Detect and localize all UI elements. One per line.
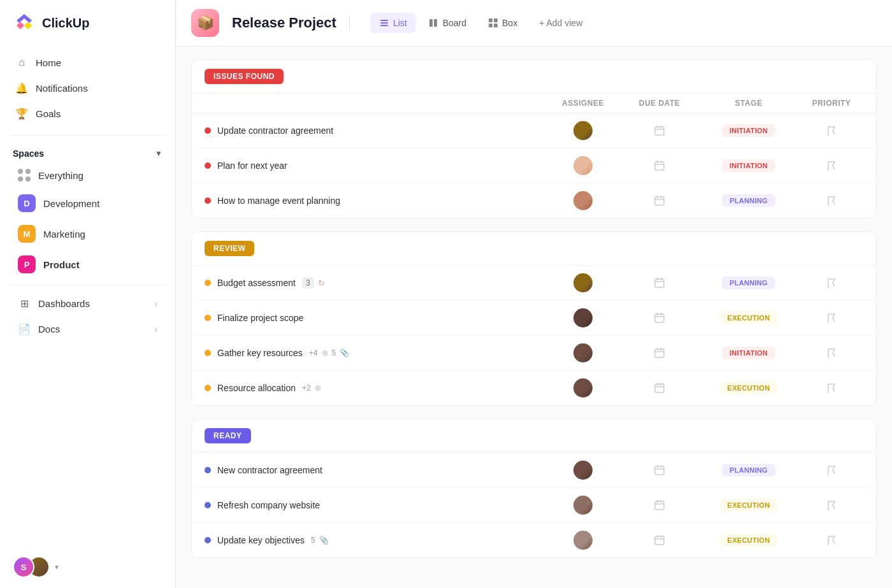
sidebar-docs-label: Docs	[38, 324, 60, 334]
flag-icon	[827, 313, 836, 323]
sidebar-item-product[interactable]: P Product	[5, 249, 170, 280]
tab-list-label: List	[393, 18, 407, 28]
avatar	[573, 308, 593, 327]
view-tabs: List Board Box + Add view	[370, 13, 591, 33]
trophy-icon: 🏆	[15, 107, 28, 120]
avatar	[573, 378, 593, 398]
priority-cell	[800, 313, 863, 323]
section-header-issues: ISSUES FOUND	[192, 60, 876, 94]
table-row[interactable]: Finalize project scope EXECUTION	[192, 301, 876, 336]
section-header-review: REVIEW	[192, 232, 876, 266]
assignee-cell	[545, 378, 621, 398]
assignee-cell	[545, 531, 621, 550]
col-priority-0: PRIORITY	[800, 99, 863, 108]
table-row[interactable]: How to manage event planning PLANNING	[192, 183, 876, 218]
tab-board[interactable]: Board	[420, 13, 475, 33]
priority-cell	[800, 125, 863, 136]
svg-rect-9	[494, 18, 498, 22]
assignee-cell	[545, 308, 621, 327]
due-date-cell	[621, 195, 698, 206]
sidebar-item-docs[interactable]: 📄 Docs ›	[5, 316, 170, 341]
task-label: Plan for next year	[217, 161, 287, 171]
table-row[interactable]: New contractor agreement PLANNING	[192, 453, 876, 488]
sidebar-item-marketing[interactable]: M Marketing	[5, 219, 170, 249]
chevron-down-icon[interactable]: ▼	[155, 149, 162, 158]
svg-marker-0	[17, 14, 32, 23]
due-date-cell	[621, 499, 698, 511]
home-icon: ⌂	[15, 56, 28, 69]
stage-cell: EXECUTION	[698, 382, 800, 394]
section-header-ready: READY	[192, 419, 876, 453]
due-date-cell	[621, 534, 698, 546]
product-letter: P	[24, 260, 30, 269]
sidebar-item-notifications[interactable]: 🔔 Notifications	[8, 75, 168, 101]
svg-rect-52	[655, 501, 664, 510]
task-name: Refresh company website	[205, 500, 545, 510]
table-row[interactable]: Refresh company website EXECUTION	[192, 488, 876, 523]
priority-cell	[800, 161, 863, 171]
tab-box[interactable]: Box	[479, 13, 526, 33]
svg-rect-8	[489, 18, 493, 22]
due-date-cell	[621, 160, 698, 171]
sidebar-item-goals[interactable]: 🏆 Goals	[8, 101, 168, 126]
sidebar-item-development[interactable]: D Development	[5, 188, 170, 219]
project-title: Release Project	[232, 15, 336, 31]
avatar	[573, 496, 593, 515]
sidebar-item-dashboards[interactable]: ⊞ Dashboards ›	[5, 290, 170, 316]
bell-icon: 🔔	[15, 82, 28, 94]
calendar-icon	[654, 347, 665, 359]
sidebar-development-label: Development	[43, 198, 99, 209]
avatar	[573, 461, 593, 480]
table-row[interactable]: Budget assessment 3 ↻ PLANNING	[192, 266, 876, 301]
add-view-button[interactable]: + Add view	[530, 13, 591, 33]
svg-rect-47	[655, 466, 664, 475]
avatar-initials: S	[21, 563, 27, 572]
table-row[interactable]: Gather key resources +4 ⊕ 5 📎	[192, 336, 876, 371]
user-avatars[interactable]: S	[13, 556, 50, 578]
stage-badge: PLANNING	[722, 464, 775, 477]
section-badge-issues: ISSUES FOUND	[205, 69, 284, 84]
assignee-cell	[545, 191, 621, 210]
due-date-cell	[621, 464, 698, 476]
sidebar-item-home[interactable]: ⌂ Home	[8, 50, 168, 75]
table-row[interactable]: Resource allocation +2 ⊕ EXECUTION	[192, 371, 876, 405]
stage-cell: EXECUTION	[698, 312, 800, 324]
flag-icon	[827, 500, 836, 510]
stage-badge: EXECUTION	[720, 382, 778, 394]
due-date-cell	[621, 125, 698, 136]
priority-cell	[800, 465, 863, 475]
tab-list[interactable]: List	[370, 13, 416, 33]
task-dot-red	[205, 197, 211, 204]
sidebar-notifications-label: Notifications	[36, 83, 88, 94]
avatar	[573, 343, 593, 362]
calendar-icon	[654, 382, 665, 394]
svg-marker-2	[24, 22, 32, 29]
clickup-logo-icon	[13, 11, 36, 34]
stage-badge: PLANNING	[722, 194, 775, 207]
user-dropdown-arrow[interactable]: ▾	[55, 563, 59, 571]
table-row[interactable]: Update contractor agreement INITIATION	[192, 113, 876, 148]
table-row[interactable]: Update key objectives 5 📎 EXECUTION	[192, 523, 876, 557]
stage-badge: EXECUTION	[720, 499, 778, 512]
svg-rect-6	[429, 19, 433, 27]
stage-badge: EXECUTION	[720, 534, 778, 547]
task-dot-yellow	[205, 385, 211, 391]
calendar-icon	[654, 534, 665, 546]
chevron-right-icon: ›	[154, 298, 157, 309]
calendar-icon	[654, 312, 665, 324]
priority-cell	[800, 278, 863, 288]
add-view-label: + Add view	[539, 18, 582, 28]
task-dot-red	[205, 162, 211, 169]
stage-cell: PLANNING	[698, 194, 800, 207]
stage-badge: EXECUTION	[720, 312, 778, 324]
table-row[interactable]: Plan for next year INITIATION	[192, 148, 876, 183]
svg-rect-17	[655, 162, 664, 170]
board-icon	[429, 18, 439, 28]
avatar	[573, 531, 593, 550]
task-label: Refresh company website	[217, 500, 320, 510]
task-name: Finalize project scope	[205, 313, 545, 323]
col-duedate-0: DUE DATE	[621, 99, 698, 108]
sidebar-item-everything[interactable]: Everything	[5, 162, 170, 188]
flag-icon	[827, 535, 836, 545]
section-issues-found: ISSUES FOUND ASSIGNEE DUE DATE STAGE PRI…	[191, 59, 877, 219]
